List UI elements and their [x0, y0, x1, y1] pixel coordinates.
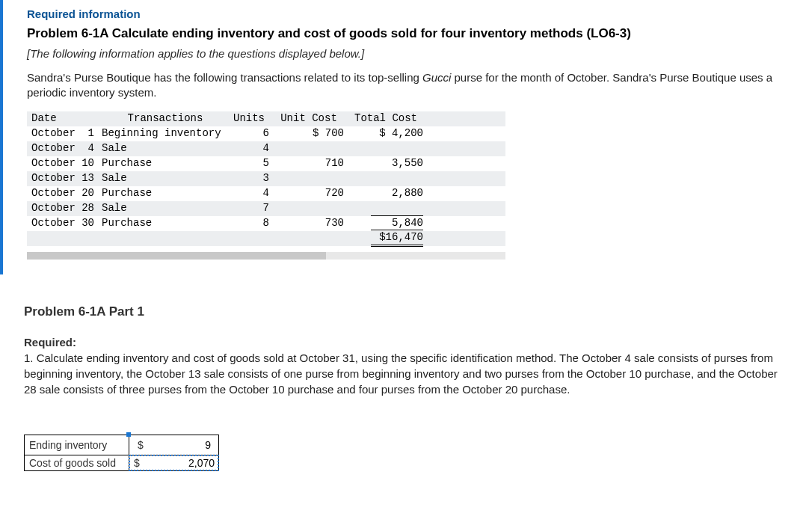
- cell-totalcost: 2,880: [348, 186, 438, 201]
- cell-date: October 10: [27, 156, 102, 171]
- body-pre: Sandra's Purse Boutique has the followin…: [27, 71, 422, 84]
- applies-note: [The following information applies to th…: [27, 47, 812, 60]
- cell-date: October 4: [27, 141, 102, 156]
- header-units: Units: [229, 111, 274, 126]
- answer-row: Ending inventory $: [25, 435, 219, 455]
- table-row: October 4 Sale 4: [27, 141, 505, 156]
- table-row: October 20 Purchase 4 720 2,880: [27, 186, 505, 201]
- table-row: October 1 Beginning inventory 6 $ 700 $ …: [27, 126, 505, 141]
- required-body: 1. Calculate ending inventory and cost o…: [24, 350, 787, 397]
- grand-total: $16,470: [348, 230, 438, 248]
- answer-row: Cost of goods sold $: [25, 455, 219, 470]
- cell-date: October 20: [27, 186, 102, 201]
- table-row: October 10 Purchase 5 710 3,550: [27, 156, 505, 171]
- problem-body: Sandra's Purse Boutique has the followin…: [27, 70, 812, 101]
- cell-unitcost: 710: [274, 156, 348, 171]
- problem-title: Problem 6-1A Calculate ending inventory …: [27, 26, 812, 41]
- answer-cell[interactable]: $: [129, 435, 219, 455]
- cell-trans: Sale: [102, 171, 229, 186]
- cell-date: October 1: [27, 126, 102, 141]
- cell-units: 7: [229, 201, 274, 216]
- table-row: October 28 Sale 7: [27, 201, 505, 216]
- answer-label: Cost of goods sold: [25, 455, 129, 470]
- cell-unitcost: 720: [274, 186, 348, 201]
- cell-trans: Purchase: [102, 216, 229, 231]
- cell-units: 6: [229, 126, 274, 141]
- cell-trans: Sale: [102, 141, 229, 156]
- transactions-table: Date Transactions Units Unit Cost Total …: [27, 111, 505, 246]
- cell-date: October 30: [27, 216, 102, 231]
- table-total-row: $16,470: [27, 231, 505, 246]
- cell-units: 8: [229, 216, 274, 231]
- header-transactions: Transactions: [102, 111, 229, 126]
- cell-trans: Purchase: [102, 186, 229, 201]
- cell-totalcost: $ 4,200: [348, 126, 438, 141]
- cell-unitcost: 730: [274, 216, 348, 231]
- problem-part-panel: Problem 6-1A Part 1 Required: 1. Calcula…: [0, 289, 812, 471]
- cell-totalcost: 3,550: [348, 156, 438, 171]
- table-row: October 13 Sale 3: [27, 171, 505, 186]
- cell-trans: Beginning inventory: [102, 126, 229, 141]
- dollar-sign: $: [130, 457, 144, 469]
- answer-table: Ending inventory $ Cost of goods sold $: [24, 435, 219, 471]
- required-info-header: Required information: [27, 7, 812, 20]
- horizontal-scrollbar[interactable]: [27, 252, 505, 260]
- table-row: October 30 Purchase 8 730 5,840: [27, 216, 505, 231]
- part-title: Problem 6-1A Part 1: [24, 304, 812, 319]
- cell-units: 5: [229, 156, 274, 171]
- dollar-sign: $: [134, 439, 147, 451]
- cell-handle-icon[interactable]: [126, 432, 131, 437]
- cell-units: 3: [229, 171, 274, 186]
- cell-totalcost: 5,840: [348, 215, 438, 231]
- body-em: Gucci: [422, 71, 451, 84]
- header-date: Date: [27, 111, 102, 126]
- cell-unitcost: $ 700: [274, 126, 348, 141]
- cell-units: 4: [229, 141, 274, 156]
- table-header-row: Date Transactions Units Unit Cost Total …: [27, 111, 505, 126]
- cell-units: 4: [229, 186, 274, 201]
- cell-date: October 28: [27, 201, 102, 216]
- answer-label: Ending inventory: [25, 435, 129, 455]
- header-totalcost: Total Cost: [348, 111, 438, 126]
- answer-cell[interactable]: $: [129, 455, 219, 470]
- cell-date: October 13: [27, 171, 102, 186]
- problem-info-panel: Required information Problem 6-1A Calcul…: [0, 0, 812, 274]
- cell-trans: Sale: [102, 201, 229, 216]
- header-unitcost: Unit Cost: [274, 111, 348, 126]
- cell-trans: Purchase: [102, 156, 229, 171]
- ending-inventory-input[interactable]: [147, 439, 214, 451]
- scrollbar-thumb[interactable]: [27, 252, 326, 260]
- required-label: Required:: [24, 336, 812, 349]
- cogs-input[interactable]: [144, 457, 218, 469]
